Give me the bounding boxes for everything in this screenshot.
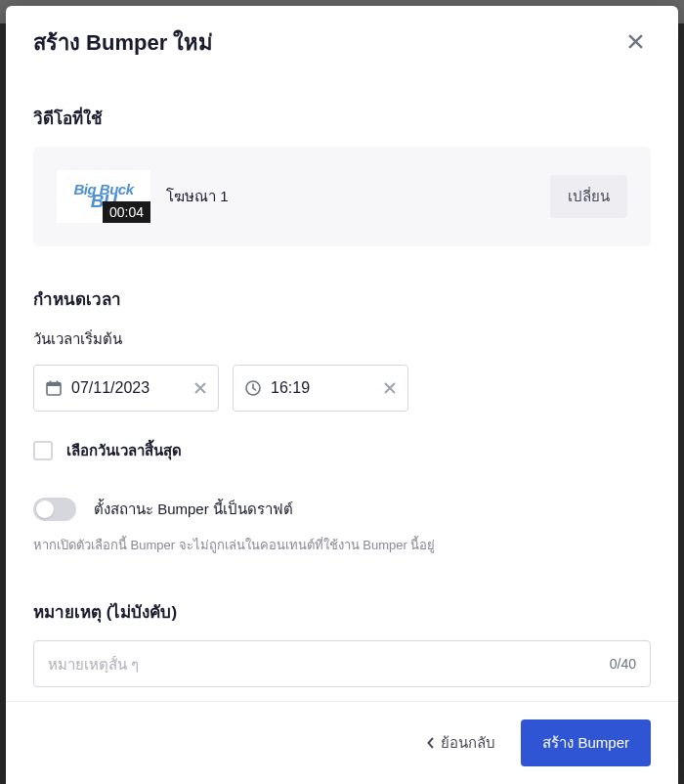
time-input-group[interactable]: [233, 365, 408, 412]
video-thumbnail: Big Buck BU 00:04: [57, 170, 150, 223]
modal-header: สร้าง Bumper ใหม่: [6, 6, 678, 75]
draft-toggle-label: ตั้งสถานะ Bumper นี้เป็นดราฟต์: [94, 498, 293, 521]
note-input-wrap[interactable]: 0/40: [33, 640, 651, 687]
video-title: โฆษณา 1: [166, 185, 534, 208]
toggle-knob: [36, 501, 54, 518]
end-datetime-checkbox-row[interactable]: เลือกวันเวลาสิ้นสุด: [33, 439, 651, 462]
duration-badge: 00:04: [103, 201, 150, 223]
date-input[interactable]: [71, 379, 189, 397]
video-card: Big Buck BU 00:04 โฆษณา 1 เปลี่ยน: [33, 147, 651, 246]
note-char-count: 0/40: [610, 656, 636, 672]
calendar-icon: [46, 380, 62, 396]
draft-toggle-row: ตั้งสถานะ Bumper นี้เป็นดราฟต์: [33, 498, 651, 521]
create-bumper-button[interactable]: สร้าง Bumper: [521, 719, 651, 766]
start-datetime-label: วันเวลาเริ่มต้น: [33, 327, 651, 351]
clear-date-icon[interactable]: [194, 382, 206, 394]
modal-body[interactable]: วิดีโอที่ใช้ Big Buck BU 00:04 โฆษณา 1 เ…: [6, 75, 678, 701]
datetime-row: [33, 365, 651, 412]
note-section-heading: หมายเหตุ (ไม่บังคับ): [33, 598, 651, 625]
close-icon: [628, 31, 643, 54]
change-video-button[interactable]: เปลี่ยน: [550, 175, 627, 218]
back-button-label: ย้อนกลับ: [441, 731, 495, 755]
close-button[interactable]: [620, 27, 651, 59]
chevron-left-icon: [427, 735, 435, 752]
note-input[interactable]: [48, 656, 610, 673]
draft-toggle-help: หากเปิดตัวเลือกนี้ Bumper จะไม่ถูกเล่นใน…: [33, 535, 651, 555]
draft-toggle[interactable]: [33, 498, 76, 521]
modal-footer: ย้อนกลับ สร้าง Bumper: [6, 701, 678, 784]
schedule-section-heading: กำหนดเวลา: [33, 285, 651, 312]
time-input[interactable]: [271, 379, 378, 397]
back-button[interactable]: ย้อนกลับ: [419, 721, 503, 764]
end-datetime-checkbox[interactable]: [33, 441, 53, 460]
date-input-group[interactable]: [33, 365, 219, 412]
svg-rect-1: [47, 383, 61, 387]
modal-title: สร้าง Bumper ใหม่: [33, 25, 213, 60]
end-datetime-checkbox-label: เลือกวันเวลาสิ้นสุด: [66, 439, 182, 462]
clock-icon: [245, 380, 261, 396]
video-section-heading: วิดีโอที่ใช้: [33, 105, 651, 131]
clear-time-icon[interactable]: [384, 382, 396, 394]
create-bumper-modal: สร้าง Bumper ใหม่ วิดีโอที่ใช้ Big Buck …: [6, 6, 678, 784]
